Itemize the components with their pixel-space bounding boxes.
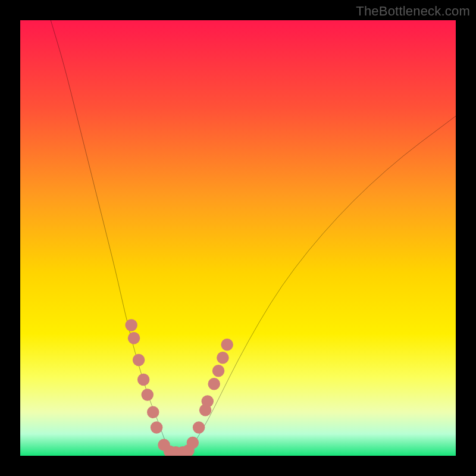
watermark-text: TheBottleneck.com [356, 4, 470, 19]
data-marker [187, 437, 199, 449]
curve-left-curve [51, 20, 173, 453]
plot-area [20, 20, 456, 456]
data-marker [147, 406, 159, 418]
curve-right-curve [186, 116, 456, 453]
data-marker [125, 319, 137, 331]
chart-frame: TheBottleneck.com [0, 0, 476, 476]
data-marker [221, 339, 233, 350]
data-marker [133, 354, 145, 366]
series-group [51, 20, 456, 453]
data-marker [128, 332, 140, 344]
chart-svg [20, 20, 456, 456]
data-marker [151, 421, 162, 433]
markers-group [125, 319, 233, 456]
data-marker [212, 365, 224, 377]
data-marker [202, 395, 214, 407]
data-marker [137, 374, 149, 386]
data-marker [217, 352, 228, 364]
data-marker [193, 421, 205, 433]
data-marker [141, 389, 153, 400]
data-marker [208, 378, 220, 390]
